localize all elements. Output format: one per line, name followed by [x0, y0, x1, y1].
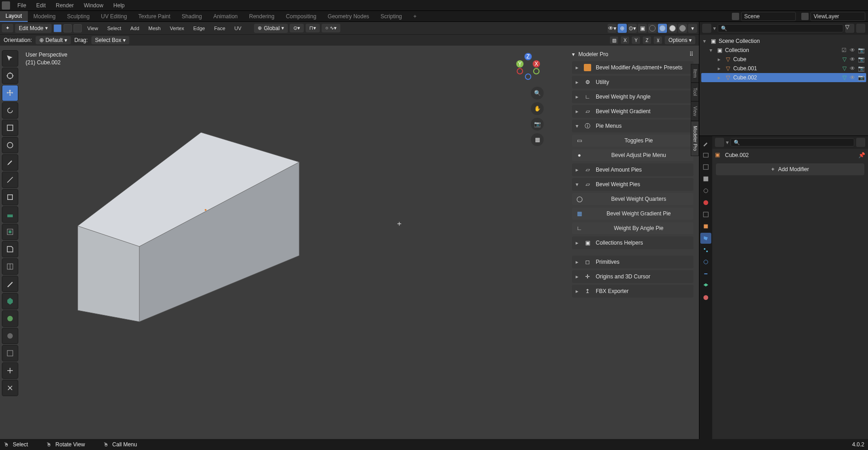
- transform-orientation-dropdown[interactable]: ⊕ Global ▾: [254, 24, 288, 33]
- tool-transform[interactable]: [2, 137, 18, 153]
- vertex-menu[interactable]: Vertex: [166, 24, 188, 32]
- orientation-dropdown[interactable]: ⊕ Default ▾: [36, 36, 71, 44]
- tab-output-icon[interactable]: [700, 162, 711, 173]
- tab-viewlayer-icon[interactable]: [700, 173, 711, 184]
- workspace-shading[interactable]: Shading: [176, 11, 208, 21]
- workspace-texturepaint[interactable]: Texture Paint: [133, 11, 176, 21]
- editor-type-dropdown[interactable]: ✦: [2, 24, 13, 32]
- zoom-icon[interactable]: 🔍: [531, 87, 544, 99]
- outliner-new-collection-icon[interactable]: [856, 24, 865, 33]
- tab-tool-icon[interactable]: [700, 138, 711, 149]
- tool-select-box[interactable]: [2, 50, 18, 67]
- mirror-y[interactable]: Y: [632, 37, 640, 44]
- pie-bevel-weight-gradient[interactable]: ▦Bevel Weight Gradient Pie: [572, 208, 693, 220]
- tab-item[interactable]: Item: [691, 64, 699, 83]
- mirror-x[interactable]: X: [621, 37, 629, 44]
- tool-scale[interactable]: [2, 120, 18, 136]
- tab-scene-icon[interactable]: [700, 185, 711, 196]
- render-icon[interactable]: 📷: [858, 74, 864, 81]
- tool-spin[interactable]: [2, 310, 18, 327]
- workspace-compositing[interactable]: Compositing: [281, 11, 323, 21]
- tool-extrude[interactable]: [2, 206, 18, 223]
- matprev-shading[interactable]: [668, 24, 677, 33]
- xray-toggle[interactable]: ▣: [638, 24, 647, 33]
- menu-render[interactable]: Render: [51, 1, 78, 10]
- pie-bevel-adjust[interactable]: ●Bevel Adjust Pie Menu: [572, 149, 693, 161]
- face-menu[interactable]: Face: [211, 24, 229, 32]
- pie-weight-by-angle[interactable]: ∟Weight By Angle Pie: [572, 222, 693, 234]
- section-origins-cursor[interactable]: ▸✛Origins and 3D Cursor: [572, 270, 693, 283]
- eye-icon[interactable]: 👁: [850, 74, 856, 81]
- tab-material-icon[interactable]: [700, 292, 711, 303]
- tool-polybuild[interactable]: [2, 293, 18, 309]
- render-icon[interactable]: 📷: [858, 56, 864, 63]
- eye-icon[interactable]: 👁: [850, 47, 856, 53]
- tab-constraint-icon[interactable]: [700, 268, 711, 279]
- workspace-layout[interactable]: Layout: [0, 11, 28, 22]
- workspace-animation[interactable]: Animation: [208, 11, 243, 21]
- workspace-uv[interactable]: UV Editing: [95, 11, 133, 21]
- perspective-icon[interactable]: ▦: [531, 133, 544, 146]
- tool-edgeslide[interactable]: [2, 345, 18, 361]
- section-pie-menus[interactable]: ▾ⓘPie Menus: [572, 120, 693, 132]
- tab-modifier-icon[interactable]: [700, 233, 711, 244]
- drag-dropdown[interactable]: Select Box ▾: [91, 36, 129, 44]
- node-scene-collection[interactable]: ▾▣Scene Collection: [701, 37, 866, 46]
- cube-mesh[interactable]: [78, 130, 311, 326]
- tab-collection-icon[interactable]: [700, 209, 711, 220]
- section-bevel-amount-pies[interactable]: ▸▱Bevel Amount Pies: [572, 163, 693, 176]
- tool-rotate[interactable]: [2, 102, 18, 119]
- node-cube001[interactable]: ▸▽Cube.001▽👁📷: [701, 64, 866, 73]
- viewlayer-selector[interactable]: [799, 12, 868, 21]
- wireframe-shading[interactable]: [648, 24, 657, 33]
- checkbox-icon[interactable]: ☑: [842, 47, 848, 53]
- pan-icon[interactable]: ✋: [531, 102, 544, 115]
- menu-file[interactable]: File: [13, 1, 31, 10]
- section-utility[interactable]: ▸⚙Utility: [572, 76, 693, 89]
- vertex-select-mode[interactable]: [53, 24, 62, 32]
- tab-world-icon[interactable]: [700, 197, 711, 208]
- workspace-sculpting[interactable]: Sculpting: [62, 11, 95, 21]
- tool-rip[interactable]: [2, 380, 18, 396]
- select-menu[interactable]: Select: [104, 24, 125, 32]
- shading-options[interactable]: ▾: [688, 24, 697, 33]
- mirror-toggle[interactable]: ▧: [610, 37, 618, 44]
- show-overlays[interactable]: ⊙▾: [628, 24, 637, 33]
- edge-menu[interactable]: Edge: [190, 24, 209, 32]
- tool-cursor[interactable]: [2, 68, 18, 84]
- tab-tool[interactable]: Tool: [691, 83, 699, 101]
- pie-toggles[interactable]: ▭Toggles Pie: [572, 135, 693, 147]
- section-bevel-weight-gradient[interactable]: ▸▱Bevel Weight Gradient: [572, 105, 693, 118]
- workspace-rendering[interactable]: Rendering: [243, 11, 280, 21]
- scene-selector[interactable]: [729, 12, 799, 21]
- pin-icon[interactable]: 📌: [858, 152, 865, 158]
- mesh-menu[interactable]: Mesh: [145, 24, 164, 32]
- add-menu[interactable]: Add: [127, 24, 143, 32]
- navigation-gizmo[interactable]: Z Y X: [513, 50, 544, 81]
- scene-name-input[interactable]: [741, 12, 796, 21]
- camera-icon[interactable]: 📷: [531, 118, 544, 131]
- tab-modeler-pro[interactable]: Modeler Pro: [691, 121, 699, 156]
- tab-view[interactable]: View: [691, 101, 699, 121]
- outliner-search[interactable]: [718, 24, 843, 32]
- tab-object-icon[interactable]: [700, 221, 711, 232]
- tool-bevel[interactable]: [2, 241, 18, 257]
- eye-icon[interactable]: 👁: [850, 56, 856, 63]
- uv-menu[interactable]: UV: [231, 24, 245, 32]
- tab-particles-icon[interactable]: [700, 245, 711, 256]
- add-modifier-button[interactable]: +Add Modifier: [716, 163, 864, 175]
- section-fbx-exporter[interactable]: ▸↥FBX Exporter: [572, 285, 693, 298]
- tool-move[interactable]: [2, 85, 18, 101]
- panel-title[interactable]: ▾Modeler Pro⠿: [572, 49, 693, 59]
- tool-knife[interactable]: [2, 276, 18, 292]
- section-bevel-modifier[interactable]: ▸Bevel Modifier Adjustment+ Presets: [572, 61, 693, 74]
- options-dropdown[interactable]: Options ▾: [665, 36, 695, 44]
- snap-dropdown[interactable]: ⊓▾: [306, 24, 320, 32]
- viewport-3d[interactable]: User Perspective (21) Cube.002: [0, 46, 699, 439]
- properties-search[interactable]: [730, 138, 854, 147]
- tool-shrink[interactable]: [2, 362, 18, 379]
- workspace-add[interactable]: +: [408, 11, 423, 21]
- tab-physics-icon[interactable]: [700, 256, 711, 267]
- viewlayer-name-input[interactable]: [810, 12, 865, 21]
- tool-measure[interactable]: [2, 172, 18, 188]
